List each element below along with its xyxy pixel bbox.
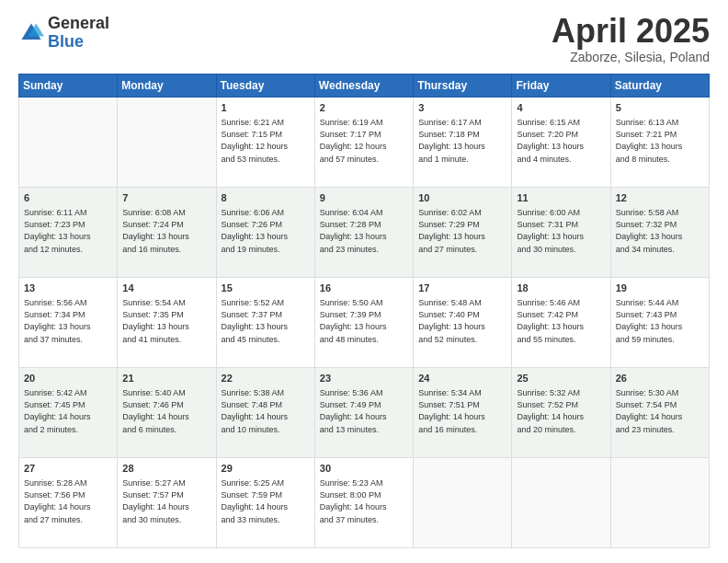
- day-number: 16: [320, 282, 408, 295]
- calendar-cell: 6Sunrise: 6:11 AM Sunset: 7:23 PM Daylig…: [19, 188, 118, 278]
- cell-info: Sunrise: 5:54 AM Sunset: 7:35 PM Dayligh…: [122, 297, 210, 345]
- calendar-week-4: 27Sunrise: 5:28 AM Sunset: 7:56 PM Dayli…: [19, 458, 710, 548]
- calendar-cell: 13Sunrise: 5:56 AM Sunset: 7:34 PM Dayli…: [19, 278, 118, 368]
- calendar-cell: 23Sunrise: 5:36 AM Sunset: 7:49 PM Dayli…: [314, 368, 413, 458]
- header-wednesday: Wednesday: [314, 75, 413, 98]
- day-number: 19: [616, 282, 704, 295]
- day-number: 1: [222, 101, 310, 115]
- cell-info: Sunrise: 5:48 AM Sunset: 7:40 PM Dayligh…: [418, 297, 506, 345]
- cell-info: Sunrise: 5:36 AM Sunset: 7:49 PM Dayligh…: [320, 387, 408, 435]
- calendar-cell: [414, 458, 512, 548]
- day-number: 20: [24, 372, 112, 385]
- calendar-cell: 22Sunrise: 5:38 AM Sunset: 7:48 PM Dayli…: [216, 368, 314, 458]
- calendar-cell: 26Sunrise: 5:30 AM Sunset: 7:54 PM Dayli…: [610, 368, 709, 458]
- day-number: 18: [517, 282, 605, 295]
- cell-info: Sunrise: 6:08 AM Sunset: 7:24 PM Dayligh…: [122, 207, 210, 255]
- header-thursday: Thursday: [414, 75, 512, 98]
- cell-info: Sunrise: 5:42 AM Sunset: 7:45 PM Dayligh…: [24, 387, 112, 435]
- cell-info: Sunrise: 6:19 AM Sunset: 7:17 PM Dayligh…: [320, 117, 408, 165]
- calendar-cell: 29Sunrise: 5:25 AM Sunset: 7:59 PM Dayli…: [216, 458, 314, 548]
- calendar-cell: 17Sunrise: 5:48 AM Sunset: 7:40 PM Dayli…: [414, 278, 512, 368]
- cell-info: Sunrise: 5:38 AM Sunset: 7:48 PM Dayligh…: [222, 387, 310, 435]
- day-number: 12: [616, 191, 704, 205]
- day-number: 26: [616, 372, 704, 385]
- calendar-cell: 2Sunrise: 6:19 AM Sunset: 7:17 PM Daylig…: [314, 98, 413, 188]
- page: General Blue April 2025 Zaborze, Silesia…: [0, 0, 728, 563]
- calendar-cell: 9Sunrise: 6:04 AM Sunset: 7:28 PM Daylig…: [314, 188, 413, 278]
- calendar-cell: 14Sunrise: 5:54 AM Sunset: 7:35 PM Dayli…: [118, 278, 216, 368]
- title-block: April 2025 Zaborze, Silesia, Poland: [552, 15, 710, 64]
- day-number: 10: [418, 191, 506, 205]
- header-friday: Friday: [512, 75, 610, 98]
- cell-info: Sunrise: 5:50 AM Sunset: 7:39 PM Dayligh…: [320, 297, 408, 345]
- calendar-cell: 4Sunrise: 6:15 AM Sunset: 7:20 PM Daylig…: [512, 98, 610, 188]
- calendar-cell: 20Sunrise: 5:42 AM Sunset: 7:45 PM Dayli…: [19, 368, 118, 458]
- calendar-cell: 11Sunrise: 6:00 AM Sunset: 7:31 PM Dayli…: [512, 188, 610, 278]
- day-number: 2: [320, 101, 408, 115]
- day-number: 29: [222, 462, 310, 476]
- day-number: 22: [222, 372, 310, 385]
- day-number: 3: [418, 101, 506, 115]
- cell-info: Sunrise: 6:02 AM Sunset: 7:29 PM Dayligh…: [418, 207, 506, 255]
- calendar-cell: 30Sunrise: 5:23 AM Sunset: 8:00 PM Dayli…: [314, 458, 413, 548]
- cell-info: Sunrise: 5:34 AM Sunset: 7:51 PM Dayligh…: [418, 387, 506, 435]
- calendar-cell: 25Sunrise: 5:32 AM Sunset: 7:52 PM Dayli…: [512, 368, 610, 458]
- day-number: 6: [24, 191, 112, 205]
- header: General Blue April 2025 Zaborze, Silesia…: [18, 15, 710, 64]
- cell-info: Sunrise: 5:30 AM Sunset: 7:54 PM Dayligh…: [616, 387, 704, 435]
- cell-info: Sunrise: 5:56 AM Sunset: 7:34 PM Dayligh…: [24, 297, 112, 345]
- cell-info: Sunrise: 5:27 AM Sunset: 7:57 PM Dayligh…: [122, 477, 210, 525]
- calendar-cell: 15Sunrise: 5:52 AM Sunset: 7:37 PM Dayli…: [216, 278, 314, 368]
- cell-info: Sunrise: 5:25 AM Sunset: 7:59 PM Dayligh…: [222, 477, 310, 525]
- calendar-cell: [118, 98, 216, 188]
- calendar-cell: 5Sunrise: 6:13 AM Sunset: 7:21 PM Daylig…: [610, 98, 709, 188]
- day-number: 15: [222, 282, 310, 295]
- calendar-cell: [610, 458, 709, 548]
- logo-icon: [18, 20, 44, 46]
- cell-info: Sunrise: 6:13 AM Sunset: 7:21 PM Dayligh…: [616, 117, 704, 165]
- day-number: 17: [418, 282, 506, 295]
- day-number: 30: [320, 462, 408, 476]
- calendar-week-0: 1Sunrise: 6:21 AM Sunset: 7:15 PM Daylig…: [19, 98, 710, 188]
- day-number: 13: [24, 282, 112, 295]
- day-number: 28: [122, 462, 210, 476]
- day-number: 21: [122, 372, 210, 385]
- cell-info: Sunrise: 6:21 AM Sunset: 7:15 PM Dayligh…: [222, 117, 310, 165]
- calendar-table: SundayMondayTuesdayWednesdayThursdayFrid…: [18, 74, 710, 548]
- calendar-header-row: SundayMondayTuesdayWednesdayThursdayFrid…: [19, 75, 710, 98]
- cell-info: Sunrise: 5:58 AM Sunset: 7:32 PM Dayligh…: [616, 207, 704, 255]
- cell-info: Sunrise: 6:15 AM Sunset: 7:20 PM Dayligh…: [517, 117, 605, 165]
- day-number: 5: [616, 101, 704, 115]
- day-number: 8: [222, 191, 310, 205]
- day-number: 24: [418, 372, 506, 385]
- day-number: 23: [320, 372, 408, 385]
- cell-info: Sunrise: 6:00 AM Sunset: 7:31 PM Dayligh…: [517, 207, 605, 255]
- header-sunday: Sunday: [19, 75, 118, 98]
- day-number: 11: [517, 191, 605, 205]
- day-number: 7: [122, 191, 210, 205]
- calendar-cell: [19, 98, 118, 188]
- header-tuesday: Tuesday: [216, 75, 314, 98]
- logo-blue-text: Blue: [48, 33, 109, 52]
- logo-general-text: General: [48, 15, 109, 33]
- cell-info: Sunrise: 5:23 AM Sunset: 8:00 PM Dayligh…: [320, 477, 408, 525]
- cell-info: Sunrise: 5:44 AM Sunset: 7:43 PM Dayligh…: [616, 297, 704, 345]
- logo-text: General Blue: [48, 15, 109, 52]
- title-location: Zaborze, Silesia, Poland: [552, 50, 710, 64]
- title-month: April 2025: [552, 15, 710, 48]
- cell-info: Sunrise: 6:06 AM Sunset: 7:26 PM Dayligh…: [222, 207, 310, 255]
- calendar-cell: 16Sunrise: 5:50 AM Sunset: 7:39 PM Dayli…: [314, 278, 413, 368]
- day-number: 14: [122, 282, 210, 295]
- cell-info: Sunrise: 5:28 AM Sunset: 7:56 PM Dayligh…: [24, 477, 112, 525]
- logo: General Blue: [18, 15, 109, 52]
- calendar-cell: 27Sunrise: 5:28 AM Sunset: 7:56 PM Dayli…: [19, 458, 118, 548]
- calendar-cell: 10Sunrise: 6:02 AM Sunset: 7:29 PM Dayli…: [414, 188, 512, 278]
- cell-info: Sunrise: 6:17 AM Sunset: 7:18 PM Dayligh…: [418, 117, 506, 165]
- cell-info: Sunrise: 5:40 AM Sunset: 7:46 PM Dayligh…: [122, 387, 210, 435]
- calendar-week-2: 13Sunrise: 5:56 AM Sunset: 7:34 PM Dayli…: [19, 278, 710, 368]
- calendar-week-1: 6Sunrise: 6:11 AM Sunset: 7:23 PM Daylig…: [19, 188, 710, 278]
- calendar-cell: 24Sunrise: 5:34 AM Sunset: 7:51 PM Dayli…: [414, 368, 512, 458]
- calendar-cell: 19Sunrise: 5:44 AM Sunset: 7:43 PM Dayli…: [610, 278, 709, 368]
- cell-info: Sunrise: 5:52 AM Sunset: 7:37 PM Dayligh…: [222, 297, 310, 345]
- day-number: 27: [24, 462, 112, 476]
